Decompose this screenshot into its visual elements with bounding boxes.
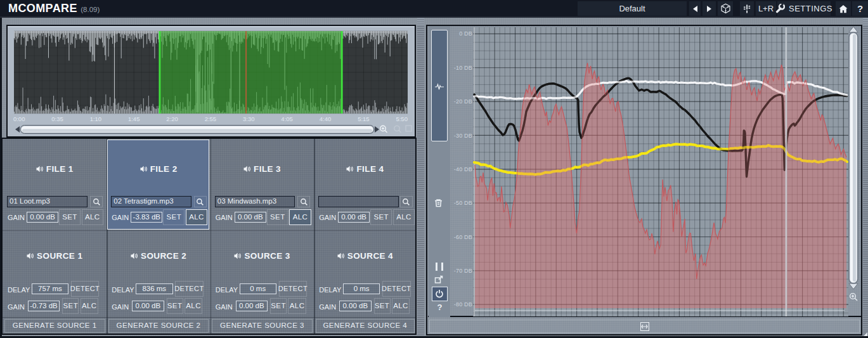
svg-text:3:30: 3:30 — [243, 115, 255, 122]
svg-text:0:00: 0:00 — [13, 115, 25, 122]
svg-text:5:50: 5:50 — [396, 115, 408, 122]
svg-text:5:15: 5:15 — [358, 115, 370, 122]
svg-text:4:40: 4:40 — [320, 115, 332, 122]
svg-text:2:20: 2:20 — [166, 115, 178, 122]
svg-text:1:10: 1:10 — [90, 115, 102, 122]
svg-text:2:55: 2:55 — [205, 115, 217, 122]
svg-text:1:45: 1:45 — [128, 115, 140, 122]
svg-text:0:35: 0:35 — [51, 115, 63, 122]
svg-text:4:05: 4:05 — [281, 115, 293, 122]
